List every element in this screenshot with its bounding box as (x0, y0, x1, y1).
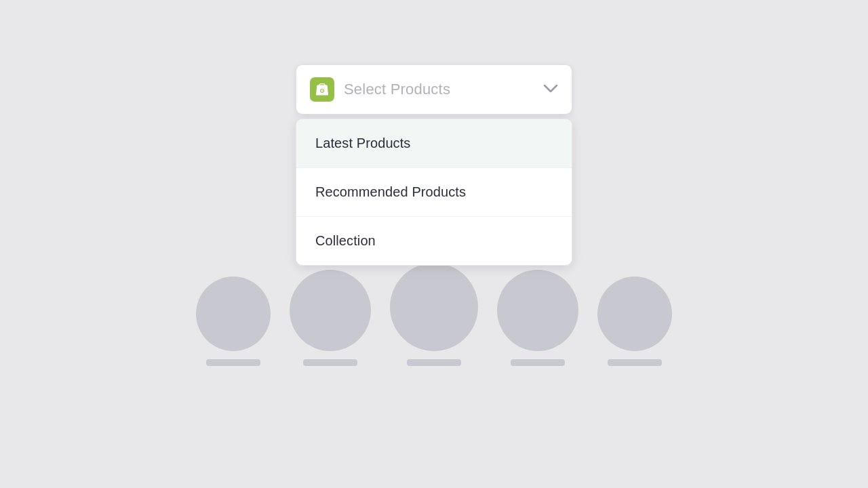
shopify-bag-icon (310, 77, 334, 102)
placeholder-bar (608, 359, 662, 366)
dropdown-menu: Latest Products Recommended Products Col… (296, 119, 572, 266)
dropdown-item-recommended-products[interactable]: Recommended Products (296, 168, 572, 217)
placeholder-card-3 (390, 263, 478, 366)
chevron-down-icon (543, 83, 558, 97)
svg-point-1 (321, 89, 324, 93)
placeholder-circle (597, 277, 672, 351)
placeholder-circle (390, 263, 478, 351)
placeholder-circle (290, 270, 371, 351)
placeholder-bar (206, 359, 260, 366)
dropdown-item-label: Recommended Products (315, 184, 466, 199)
select-placeholder-text: Select Products (344, 81, 534, 98)
placeholder-bar (303, 359, 357, 366)
placeholder-card-5 (597, 277, 672, 366)
product-select-dropdown: Select Products Latest Products Recommen… (296, 64, 572, 266)
placeholder-products-row (196, 263, 672, 366)
dropdown-item-latest-products[interactable]: Latest Products (296, 119, 572, 168)
placeholder-circle (497, 270, 578, 351)
placeholder-card-4 (497, 270, 578, 366)
select-trigger-button[interactable]: Select Products (296, 64, 572, 115)
placeholder-circle (196, 277, 271, 351)
placeholder-bar (511, 359, 565, 366)
placeholder-card-2 (290, 270, 371, 366)
dropdown-item-collection[interactable]: Collection (296, 217, 572, 265)
page-container: Select Products Latest Products Recommen… (0, 0, 868, 488)
dropdown-item-label: Latest Products (315, 136, 410, 150)
placeholder-bar (407, 359, 461, 366)
placeholder-card-1 (196, 277, 271, 366)
dropdown-item-label: Collection (315, 233, 376, 248)
